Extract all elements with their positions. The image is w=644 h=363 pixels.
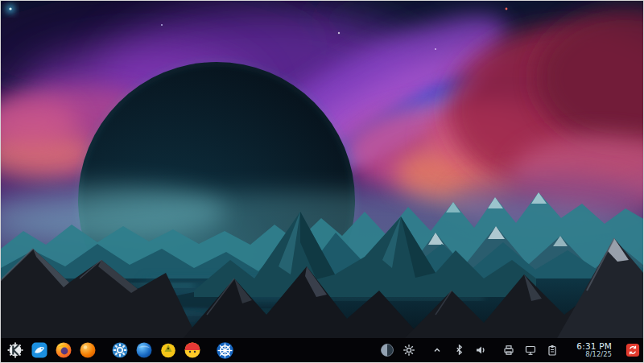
taskbar-button-yellow-mascot[interactable] bbox=[159, 340, 178, 360]
taskbar-button-system-settings[interactable] bbox=[110, 340, 130, 360]
expander-caret-icon bbox=[432, 345, 442, 355]
taskbar-launchers bbox=[6, 340, 234, 360]
clock-date: 8/12/25 bbox=[585, 351, 612, 359]
ship-wheel-icon bbox=[216, 341, 234, 360]
updates-notifier-icon bbox=[625, 342, 640, 358]
taskbar-button-red-yellow-mascot[interactable] bbox=[183, 340, 202, 360]
firefox-icon bbox=[55, 341, 72, 359]
system-tray: 6:31 PM 8/12/25 bbox=[380, 341, 640, 359]
tray-button-settings[interactable] bbox=[402, 343, 416, 357]
display-icon bbox=[525, 344, 536, 356]
blue-globe-browser-icon bbox=[135, 341, 153, 359]
taskbar-button-app-launcher[interactable] bbox=[6, 340, 25, 360]
taskbar-button-ship-wheel[interactable] bbox=[215, 340, 234, 360]
system-settings-gear-icon bbox=[111, 341, 129, 359]
volume-icon bbox=[475, 344, 486, 356]
tray-button-clipboard[interactable] bbox=[545, 343, 559, 357]
tray-button-bluetooth[interactable] bbox=[452, 343, 466, 357]
tray-button-half-moon[interactable] bbox=[380, 343, 394, 357]
taskbar-button-blue-globe[interactable] bbox=[134, 340, 154, 360]
tray-button-display[interactable] bbox=[523, 343, 538, 357]
orange-sphere-app-icon bbox=[79, 341, 97, 359]
app-launcher-kde-icon bbox=[6, 341, 24, 359]
printer-icon bbox=[503, 344, 514, 356]
clock[interactable]: 6:31 PM 8/12/25 bbox=[575, 341, 612, 359]
taskbar: 6:31 PM 8/12/25 bbox=[1, 338, 644, 362]
gear-icon bbox=[402, 344, 415, 357]
desktop-wallpaper[interactable] bbox=[1, 1, 644, 340]
desktop-screen: 6:31 PM 8/12/25 bbox=[0, 0, 644, 363]
tray-button-printer[interactable] bbox=[502, 343, 516, 357]
taskbar-button-firefox[interactable] bbox=[54, 340, 73, 360]
taskbar-button-file-manager[interactable] bbox=[30, 340, 49, 360]
file-manager-icon bbox=[31, 341, 48, 359]
taskbar-button-orange-app[interactable] bbox=[78, 340, 97, 360]
tray-button-volume[interactable] bbox=[473, 343, 488, 357]
red-yellow-mascot-icon bbox=[184, 341, 201, 359]
yellow-mascot-icon bbox=[159, 341, 177, 359]
tray-button-expander[interactable] bbox=[430, 343, 444, 357]
clipboard-icon bbox=[547, 344, 558, 356]
tray-button-updates-notifier[interactable] bbox=[625, 343, 640, 357]
half-moon-icon bbox=[380, 343, 394, 357]
bluetooth-icon bbox=[454, 344, 464, 355]
